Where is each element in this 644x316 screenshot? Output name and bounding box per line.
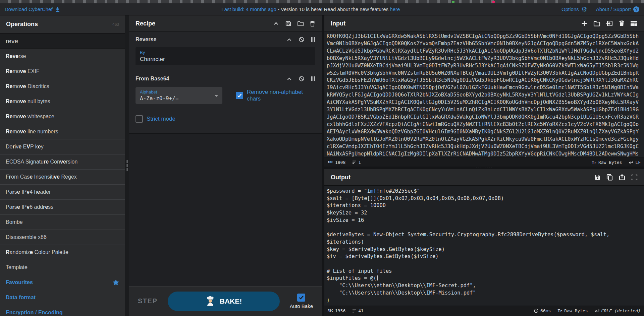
collapse-op-icon[interactable] bbox=[286, 76, 292, 82]
recipe-panel: Recipe bbox=[129, 15, 322, 316]
operation-parse-ipv6-address[interactable]: Parse IPv6 address bbox=[0, 200, 125, 215]
bake-button[interactable]: BAKE! bbox=[168, 292, 280, 311]
category-data-format[interactable]: Data format bbox=[0, 290, 125, 305]
load-recipe-folder-icon[interactable] bbox=[297, 20, 304, 27]
favourites-star-icon bbox=[112, 279, 119, 286]
checkbox-checked-icon bbox=[236, 92, 243, 99]
operation-derive-evp-key[interactable]: Derive EVP key bbox=[0, 139, 125, 154]
output-char-count: 1356 bbox=[335, 308, 345, 313]
auto-bake-toggle[interactable]: Auto Bake bbox=[290, 294, 313, 309]
input-textarea[interactable]: K0QfK0QZjJ3bG1CIlxWaGRXdw5WakASblRXStUmd… bbox=[324, 32, 644, 157]
line-count-icon bbox=[352, 309, 356, 313]
options-button[interactable]: Options ⚙ bbox=[561, 6, 587, 13]
layout-view-icon[interactable] bbox=[630, 20, 638, 26]
operation-template[interactable]: Template bbox=[0, 260, 125, 275]
operations-header: Operations 463 bbox=[0, 15, 125, 34]
step-button[interactable]: STEP bbox=[138, 297, 157, 305]
breakpoint-pause-icon[interactable] bbox=[311, 37, 315, 42]
char-count-icon: ABC bbox=[328, 309, 333, 312]
category-encryption-encoding[interactable]: Encryption / Encoding bbox=[0, 305, 125, 316]
splitter-grip-icon bbox=[127, 160, 128, 171]
chevron-down-icon bbox=[215, 95, 218, 99]
clear-recipe-trash-icon[interactable] bbox=[310, 20, 315, 27]
operations-title: Operations bbox=[6, 21, 38, 28]
input-text: K0QfK0QZjJ3bG1CIlxWaGRXdw5WakASblRXStUmd… bbox=[327, 33, 642, 157]
collapse-all-icon[interactable] bbox=[273, 20, 279, 27]
splitter-grip-icon bbox=[477, 168, 492, 168]
text-cursor bbox=[377, 275, 378, 280]
save-recipe-icon[interactable] bbox=[285, 20, 291, 27]
output-line-count: 41 bbox=[358, 308, 364, 313]
maximize-output-icon[interactable] bbox=[631, 174, 638, 181]
arg-label: Alphabet bbox=[140, 89, 218, 94]
replace-input-icon[interactable] bbox=[619, 174, 626, 181]
alphabet-select[interactable]: Alphabet A-Za-z0-9+/= bbox=[136, 87, 222, 104]
input-footer: ABC 1808 1 Tr Raw Bytes bbox=[324, 157, 644, 167]
operation-from-case-insensitive-regex[interactable]: From Case Insensitive Regex bbox=[0, 170, 125, 185]
disable-op-icon[interactable] bbox=[299, 76, 305, 82]
new-features-link[interactable]: here bbox=[390, 6, 400, 12]
input-output-splitter[interactable] bbox=[324, 167, 644, 169]
last-build-link[interactable]: Last build: 4 months ago bbox=[221, 6, 276, 12]
input-char-count: 1808 bbox=[335, 160, 345, 165]
operation-remove-whitespace[interactable]: Remove whitespace bbox=[0, 109, 125, 124]
input-title: Input bbox=[331, 20, 345, 27]
add-input-tab-icon[interactable] bbox=[581, 20, 588, 27]
clock-icon bbox=[534, 309, 538, 313]
operation-bombe[interactable]: Bombe bbox=[0, 215, 125, 230]
input-encoding-button[interactable]: Tr Raw Bytes bbox=[592, 160, 622, 165]
operations-search-input[interactable] bbox=[0, 34, 125, 49]
collapse-op-icon[interactable] bbox=[286, 37, 292, 43]
disable-op-icon[interactable] bbox=[299, 37, 305, 43]
op-name: From Base64 bbox=[136, 76, 169, 82]
operation-disassemble-x86[interactable]: Disassemble x86 bbox=[0, 230, 125, 245]
operations-recipe-splitter[interactable] bbox=[125, 15, 129, 316]
output-encoding-button[interactable]: Tr Raw Bytes bbox=[557, 308, 588, 313]
recipe-empty-area[interactable] bbox=[129, 134, 322, 286]
app-header: Download CyberChef Last build: 4 months … bbox=[0, 3, 644, 15]
recipe-title: Recipe bbox=[136, 20, 155, 27]
input-line-count: 1 bbox=[358, 160, 361, 165]
input-eol-button[interactable]: LF bbox=[629, 160, 641, 165]
operations-count: 463 bbox=[112, 22, 119, 27]
reverse-by-select[interactable]: By Character bbox=[136, 47, 315, 65]
arg-value: A-Za-z0-9+/= bbox=[140, 95, 218, 102]
operation-parse-ipv4-header[interactable]: Parse IPv4 header bbox=[0, 185, 125, 200]
download-cyberchef-link[interactable]: Download CyberChef bbox=[5, 6, 60, 12]
text-encoding-icon: Tr bbox=[592, 160, 596, 165]
checkbox-checked-icon bbox=[297, 294, 305, 302]
checkbox-unchecked-icon bbox=[136, 115, 143, 123]
operation-remove-line-numbers[interactable]: Remove line numbers bbox=[0, 124, 125, 139]
operation-remove-exif[interactable]: Remove EXIF bbox=[0, 64, 125, 79]
return-arrow-icon bbox=[595, 309, 599, 313]
copy-output-icon[interactable] bbox=[606, 174, 613, 181]
operation-randomize-colour-palette[interactable]: Randomize Colour Palette bbox=[0, 245, 125, 260]
category-favourites[interactable]: Favourites bbox=[0, 275, 125, 290]
browser-favicon-pink bbox=[492, 1, 495, 3]
download-icon bbox=[55, 7, 60, 12]
operations-panel: Operations 463 ReverseRemove EXIFRemove … bbox=[0, 15, 125, 316]
help-icon: ? bbox=[633, 6, 639, 12]
save-output-icon[interactable] bbox=[594, 174, 601, 181]
operation-remove-diacritics[interactable]: Remove Diacritics bbox=[0, 79, 125, 94]
output-footer: ABC 1356 41 66ms Tr bbox=[324, 306, 644, 316]
recipe-op-from-base64[interactable]: From Base64 Alphabet bbox=[129, 71, 322, 134]
open-file-folder-icon[interactable] bbox=[593, 20, 600, 27]
text-encoding-icon: Tr bbox=[557, 308, 562, 313]
output-eol-button[interactable]: CRLF (detected) bbox=[595, 308, 641, 313]
operation-ecdsa-signature-conversion[interactable]: ECDSA Signature Conversion bbox=[0, 154, 125, 170]
remove-non-alphabet-checkbox[interactable]: Remove non-alphabet chars bbox=[236, 89, 315, 102]
output-title: Output bbox=[331, 174, 351, 181]
open-folder-import-icon[interactable] bbox=[606, 20, 613, 27]
breakpoint-pause-icon[interactable] bbox=[311, 76, 315, 81]
strict-mode-checkbox[interactable]: Strict mode bbox=[129, 105, 322, 133]
arg-value: Character bbox=[140, 56, 311, 63]
clear-io-trash-icon[interactable] bbox=[619, 20, 625, 27]
operation-reverse[interactable]: Reverse bbox=[0, 49, 125, 64]
recipe-op-reverse[interactable]: Reverse By Character bbox=[129, 32, 322, 71]
about-support-button[interactable]: About / Support ? bbox=[596, 6, 639, 12]
char-count-icon: ABC bbox=[328, 161, 333, 164]
chef-icon bbox=[205, 296, 215, 307]
operation-remove-null-bytes[interactable]: Remove null bytes bbox=[0, 94, 125, 109]
line-count-icon bbox=[352, 161, 356, 164]
